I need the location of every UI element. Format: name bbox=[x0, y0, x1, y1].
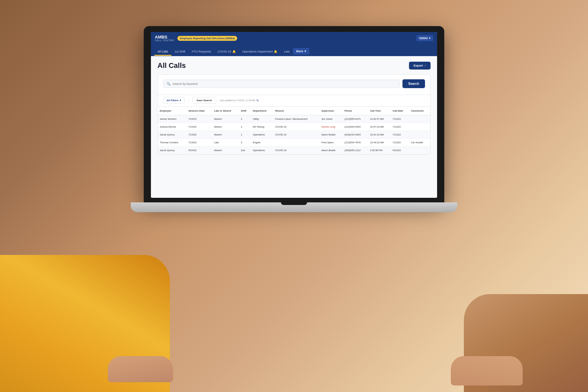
tab-all-calls[interactable]: All Calls bbox=[154, 47, 172, 56]
col-reason: Reason bbox=[273, 107, 319, 115]
cell-shift: 1 bbox=[239, 131, 251, 139]
hand-left bbox=[108, 356, 173, 382]
chevron-down-icon: ▾ bbox=[429, 37, 431, 40]
table-row: Thomas Condice 7/13/22 Late 3 Engine Fre… bbox=[158, 139, 430, 147]
table-row: Jacob Quincy 7/13/22 Absent 1 Operations… bbox=[158, 131, 430, 139]
search-area-wrapper: 🔍 Search All Filters ▾ | Save bbox=[157, 74, 431, 107]
chevron-down-icon-more: ▾ bbox=[304, 50, 306, 53]
cell-phone: (212)554-7878 bbox=[343, 139, 368, 147]
tab-pto-requests[interactable]: PTO Requests bbox=[188, 47, 214, 56]
search-button[interactable]: Search bbox=[402, 79, 425, 88]
col-call-time: Call Time bbox=[368, 107, 391, 115]
brand-logo: AMBS CALL CENTER bbox=[155, 35, 174, 41]
cell-shift: 3 bbox=[239, 139, 251, 147]
col-absence-date: Absence Date bbox=[187, 107, 212, 115]
cell-department: Operations bbox=[251, 131, 273, 139]
screen-bezel: AMBS CALL CENTER Employee Reporting Call… bbox=[144, 26, 444, 202]
cell-phone: (616)242-4903 bbox=[343, 131, 368, 139]
chevron-down-icon-filters: ▾ bbox=[180, 99, 181, 102]
bell-icon-covid: 🔔 bbox=[232, 50, 236, 53]
cell-supervisor: Jim Jones bbox=[319, 115, 343, 123]
cell-call-date: 7/13/22 bbox=[391, 139, 409, 147]
cell-late-or-absent: Absent bbox=[212, 115, 239, 123]
col-shift: Shift bbox=[239, 107, 251, 115]
tab-1st-shift[interactable]: 1st Shift bbox=[172, 47, 189, 56]
tab-operations-dept[interactable]: Operations Department 🔔 bbox=[239, 47, 281, 56]
cell-absence-date: 7/13/22 bbox=[187, 131, 212, 139]
export-icon: ↑ bbox=[425, 64, 426, 67]
cell-department: Engine bbox=[251, 139, 273, 147]
cell-call-time: 10:41:22 AM bbox=[368, 131, 391, 139]
laptop-notch bbox=[281, 202, 307, 205]
cell-call-date: 7/13/22 bbox=[391, 115, 409, 123]
cell-call-time: 2:35:39 PM bbox=[368, 147, 391, 154]
table-row: James Winston 7/15/22 Absent 2 Utility F… bbox=[158, 115, 430, 123]
col-employee: Employee bbox=[158, 107, 187, 115]
cell-employee: James Winston bbox=[158, 115, 187, 123]
cell-call-date: 7/13/22 bbox=[391, 131, 409, 139]
table-row: Joshua Dennis 7/14/22 Absent 2 MV Mixing… bbox=[158, 123, 430, 131]
data-table-container: Employee Absence Date Late or Absent Shi… bbox=[157, 107, 431, 155]
main-content: All Calls Export ↑ 🔍 Sea bbox=[151, 56, 437, 198]
cell-phone: (212)454-5454 bbox=[343, 123, 368, 131]
export-button[interactable]: Export ↑ bbox=[409, 62, 431, 70]
cell-employee: Thomas Condice bbox=[158, 139, 187, 147]
save-search-button[interactable]: Save Search bbox=[192, 97, 217, 104]
col-supervisor: Supervisor bbox=[319, 107, 343, 115]
filter-divider: | bbox=[188, 98, 189, 103]
filter-row: All Filters ▾ | Save Search Last updated… bbox=[158, 95, 430, 106]
table-header-row: Employee Absence Date Late or Absent Shi… bbox=[158, 107, 430, 115]
search-input-wrapper[interactable]: 🔍 bbox=[163, 80, 400, 88]
user-badge[interactable]: S5554 ▾ bbox=[416, 35, 433, 41]
cell-shift: 2 bbox=[239, 115, 251, 123]
search-row: 🔍 Search bbox=[163, 79, 425, 88]
brand-area: AMBS CALL CENTER Employee Reporting Call… bbox=[155, 35, 237, 41]
cell-late-or-absent: Late bbox=[212, 139, 239, 147]
refresh-icon[interactable]: ↻ bbox=[256, 99, 259, 102]
cell-department: MV Mixing bbox=[251, 123, 273, 131]
cell-absence-date: 7/15/22 bbox=[187, 115, 212, 123]
demo-badge: Employee Reporting Call Offs Demo (55554… bbox=[177, 36, 237, 41]
bell-icon-operations: 🔔 bbox=[274, 50, 277, 53]
cell-reason: COVID-19 bbox=[273, 131, 319, 139]
table-row: Jacob Quincy 5/24/22 Absent 2nd Operatio… bbox=[158, 147, 430, 154]
cell-supervisor: Fred Upton bbox=[319, 139, 343, 147]
cell-reason: Funeral Leave / Bereavement bbox=[273, 115, 319, 123]
col-phone: Phone bbox=[343, 107, 368, 115]
cell-call-time: 10:43:22 AM bbox=[368, 139, 391, 147]
hand-right bbox=[451, 356, 523, 385]
cell-comments bbox=[409, 123, 430, 131]
col-department: Department bbox=[251, 107, 273, 115]
cell-phone: (330)555-1212 bbox=[343, 147, 368, 154]
cell-shift: 2nd bbox=[239, 147, 251, 154]
cell-department: Utility bbox=[251, 115, 273, 123]
tab-more[interactable]: More ▾ bbox=[293, 48, 310, 55]
tab-covid19[interactable]: COVID-19 🔔 bbox=[214, 47, 239, 56]
cell-comments bbox=[409, 131, 430, 139]
cell-comments: Car trouble bbox=[409, 139, 430, 147]
page-header: All Calls Export ↑ bbox=[157, 61, 431, 70]
last-updated-text: Last updated on 7/13/22, 11:59 AM ↻ bbox=[220, 99, 259, 102]
cell-absence-date: 5/24/22 bbox=[187, 147, 212, 154]
all-filters-button[interactable]: All Filters ▾ bbox=[163, 97, 185, 104]
laptop-base bbox=[131, 202, 457, 212]
col-comments: Comments bbox=[409, 107, 430, 115]
cell-call-time: 10:57:23 AM bbox=[368, 123, 391, 131]
cell-late-or-absent: Absent bbox=[212, 131, 239, 139]
cell-late-or-absent: Absent bbox=[212, 147, 239, 154]
search-icon: 🔍 bbox=[167, 82, 171, 86]
cell-shift: 2 bbox=[239, 123, 251, 131]
search-input[interactable] bbox=[172, 82, 396, 86]
cell-employee: Jacob Quincy bbox=[158, 131, 187, 139]
cell-supervisor[interactable]: Dennis Long bbox=[319, 123, 343, 131]
cell-department: Operations bbox=[251, 147, 273, 154]
cell-comments bbox=[409, 147, 430, 154]
cell-late-or-absent: Absent bbox=[212, 123, 239, 131]
cell-comments bbox=[409, 115, 430, 123]
tab-navigation: All Calls 1st Shift PTO Requests COVID-1… bbox=[151, 44, 437, 56]
cell-supervisor: Aaron Boatin bbox=[319, 131, 343, 139]
col-late-or-absent: Late or Absent bbox=[212, 107, 239, 115]
cell-call-date: 7/13/22 bbox=[391, 123, 409, 131]
tab-late[interactable]: Late bbox=[281, 47, 293, 56]
cell-reason: COVID-19 bbox=[273, 123, 319, 131]
